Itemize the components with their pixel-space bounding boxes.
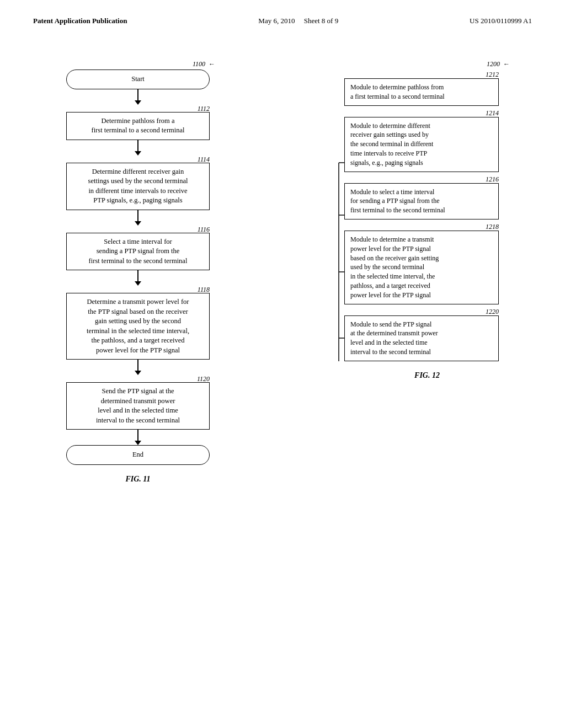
fig11-box-1118: Determine a transmit power level for the… xyxy=(66,293,210,360)
header-date: May 6, 2010 xyxy=(258,17,295,25)
header-date-sheet: May 6, 2010 Sheet 8 of 9 xyxy=(258,17,338,25)
arrow-3 xyxy=(135,210,141,226)
fig12-diagram-num: 1200 ← xyxy=(487,58,510,68)
fig11-flowchart: 1100 ← Start 1112 Determine pathloss fro… xyxy=(44,58,232,484)
fig12-module-1220: Module to send the PTP signal at the det… xyxy=(344,315,499,361)
diagrams-container: 1100 ← Start 1112 Determine pathloss fro… xyxy=(33,58,532,484)
module-ref-row-1220: 1220 xyxy=(344,308,499,316)
module-ref-row-1212: 1212 xyxy=(344,71,499,79)
fig12-container: 1200 ← 1212 Module to determine pathloss… xyxy=(333,58,521,380)
module-ref-row-1218: 1218 xyxy=(344,223,499,231)
fig12-module-1218: Module to determine a transmit power lev… xyxy=(344,231,499,304)
fig12-label: FIG. 12 xyxy=(414,371,440,380)
arrow-5 xyxy=(135,360,141,375)
fig11-label: FIG. 11 xyxy=(125,475,150,484)
arrow-2 xyxy=(135,140,141,156)
fig11-box-1116: Select a time interval for sending a PTP… xyxy=(66,233,210,271)
page-header: Patent Application Publication May 6, 20… xyxy=(33,17,532,25)
header-publication: Patent Application Publication xyxy=(33,17,127,25)
fig12-module-1214: Module to determine different receiver g… xyxy=(344,117,499,172)
fig12-module-1216: Module to select a time interval for sen… xyxy=(344,183,499,220)
fig11-diagram-num: 1100 ← xyxy=(193,58,215,68)
header-sheet: Sheet 8 of 9 xyxy=(304,17,338,25)
fig11-box-1112: Determine pathloss from a first terminal… xyxy=(66,112,210,140)
fig11-box-1120: Send the PTP signal at the determined tr… xyxy=(66,382,210,430)
arrow-6 xyxy=(135,430,141,445)
module-stack: 1212 Module to determine pathloss from a… xyxy=(344,71,499,361)
header-patent-num: US 2010/0110999 A1 xyxy=(470,17,532,25)
module-ref-row-1214: 1214 xyxy=(344,109,499,117)
fig11-box-1114: Determine different receiver gain settin… xyxy=(66,163,210,210)
arrow-4 xyxy=(135,270,141,286)
arrow-1 xyxy=(135,89,141,105)
rail-connector xyxy=(333,71,344,361)
fig12-modules: 1212 Module to determine pathloss from a… xyxy=(333,71,499,361)
fig12-module-1212: Module to determine pathloss from a firs… xyxy=(344,78,499,106)
fig11-end-box: End xyxy=(66,445,210,465)
module-ref-row-1216: 1216 xyxy=(344,175,499,184)
patent-page: Patent Application Publication May 6, 20… xyxy=(0,0,565,728)
fig11-start-box: Start xyxy=(66,69,210,89)
